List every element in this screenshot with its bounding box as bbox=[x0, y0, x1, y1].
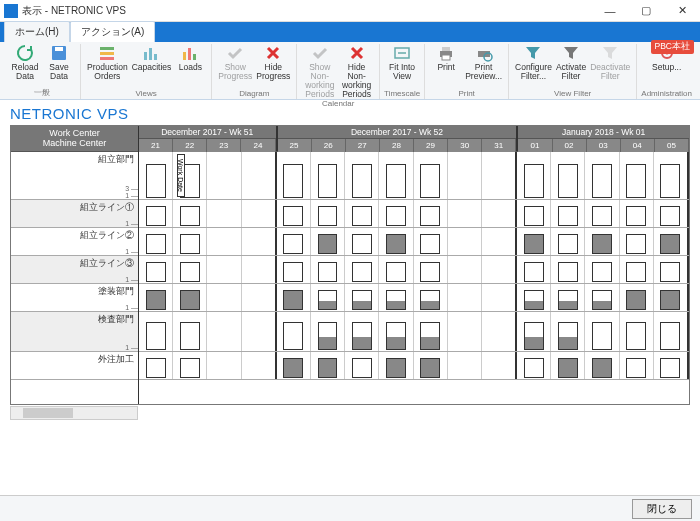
capacity-bar[interactable] bbox=[626, 234, 646, 254]
capacity-bar[interactable] bbox=[146, 234, 166, 254]
hide-progress-button[interactable]: Hide Progress bbox=[254, 44, 292, 81]
capacity-bar[interactable] bbox=[146, 290, 166, 310]
resource-row[interactable]: 外注加工 bbox=[11, 352, 138, 380]
capacity-bar[interactable] bbox=[592, 234, 612, 254]
capacity-bar[interactable] bbox=[386, 290, 406, 310]
production-orders-button[interactable]: Production Orders bbox=[85, 44, 130, 81]
resource-row[interactable]: 組立ライン③1 — bbox=[11, 256, 138, 284]
capacity-bar[interactable] bbox=[318, 262, 338, 282]
capacity-bar[interactable] bbox=[660, 234, 680, 254]
capacity-bar[interactable] bbox=[386, 322, 406, 350]
loads-button[interactable]: Loads bbox=[173, 44, 207, 72]
hide-nonworking-button[interactable]: Hide Non- working Periods bbox=[338, 44, 375, 99]
capacity-bar[interactable] bbox=[558, 234, 578, 254]
capacity-bar[interactable] bbox=[146, 262, 166, 282]
capacity-bar[interactable] bbox=[146, 322, 166, 350]
capacity-bar[interactable] bbox=[558, 206, 578, 226]
capacity-bar[interactable] bbox=[626, 262, 646, 282]
capacity-bar[interactable] bbox=[592, 322, 612, 350]
capacity-bar[interactable] bbox=[558, 262, 578, 282]
capacity-bar[interactable] bbox=[352, 234, 372, 254]
capacity-bar[interactable] bbox=[283, 164, 303, 198]
capacity-bar[interactable] bbox=[318, 234, 338, 254]
capacity-bar[interactable] bbox=[352, 164, 372, 198]
resource-row[interactable]: 組立ライン①1 — bbox=[11, 200, 138, 228]
grid-row[interactable] bbox=[139, 312, 689, 352]
capacity-bar[interactable] bbox=[592, 164, 612, 198]
capacity-bar[interactable] bbox=[420, 290, 440, 310]
capacity-bar[interactable] bbox=[558, 290, 578, 310]
capacity-bar[interactable] bbox=[318, 322, 338, 350]
configure-filter-button[interactable]: Configure Filter... bbox=[513, 44, 554, 81]
capacity-bar[interactable] bbox=[283, 358, 303, 378]
grid-row[interactable] bbox=[139, 228, 689, 256]
capacity-bar[interactable] bbox=[318, 290, 338, 310]
left-scrollbar[interactable] bbox=[10, 406, 138, 420]
capacity-bar[interactable] bbox=[146, 358, 166, 378]
tab-home[interactable]: ホーム(H) bbox=[4, 21, 70, 42]
capacity-bar[interactable] bbox=[386, 234, 406, 254]
capacity-bar[interactable] bbox=[283, 322, 303, 350]
resource-row[interactable]: 組立部門3 —1 — bbox=[11, 152, 138, 200]
capacity-bar[interactable] bbox=[524, 358, 544, 378]
capacity-bar[interactable] bbox=[283, 234, 303, 254]
capacity-bar[interactable] bbox=[558, 322, 578, 350]
capacity-bar[interactable] bbox=[283, 206, 303, 226]
capacity-bar[interactable] bbox=[626, 164, 646, 198]
capacity-bar[interactable] bbox=[318, 358, 338, 378]
dialog-close-button[interactable]: 閉じる bbox=[632, 499, 692, 519]
capacity-bar[interactable] bbox=[386, 262, 406, 282]
grid-row[interactable] bbox=[139, 352, 689, 380]
capacity-bar[interactable] bbox=[146, 206, 166, 226]
capacity-bar[interactable] bbox=[420, 262, 440, 282]
capacity-bar[interactable] bbox=[180, 358, 200, 378]
minimize-button[interactable]: — bbox=[592, 0, 628, 22]
capacity-bar[interactable] bbox=[524, 234, 544, 254]
print-button[interactable]: Print bbox=[429, 44, 463, 72]
grid-row[interactable] bbox=[139, 200, 689, 228]
capacity-bar[interactable] bbox=[318, 206, 338, 226]
capacity-bar[interactable] bbox=[626, 358, 646, 378]
capacity-bar[interactable] bbox=[660, 164, 680, 198]
print-preview-button[interactable]: Print Preview... bbox=[463, 44, 504, 81]
capacity-bar[interactable] bbox=[180, 290, 200, 310]
capacity-bar[interactable] bbox=[352, 206, 372, 226]
capacity-bar[interactable] bbox=[626, 206, 646, 226]
capacity-bar[interactable] bbox=[352, 262, 372, 282]
activate-filter-button[interactable]: Activate Filter bbox=[554, 44, 588, 81]
capacity-bar[interactable] bbox=[318, 164, 338, 198]
tab-action[interactable]: アクション(A) bbox=[70, 21, 155, 42]
capacity-bar[interactable] bbox=[420, 234, 440, 254]
capacity-bar[interactable] bbox=[352, 322, 372, 350]
grid-row[interactable] bbox=[139, 256, 689, 284]
capacity-bar[interactable] bbox=[180, 234, 200, 254]
capacity-bar[interactable] bbox=[180, 206, 200, 226]
capacity-bar[interactable] bbox=[283, 290, 303, 310]
capacity-bar[interactable] bbox=[592, 206, 612, 226]
capacity-bar[interactable] bbox=[420, 164, 440, 198]
save-data-button[interactable]: Save Data bbox=[42, 44, 76, 81]
maximize-button[interactable]: ▢ bbox=[628, 0, 664, 22]
horizontal-scroll[interactable] bbox=[10, 406, 690, 420]
capacity-bar[interactable] bbox=[352, 290, 372, 310]
capacity-bar[interactable] bbox=[146, 164, 166, 198]
fit-view-button[interactable]: Fit Into View bbox=[385, 44, 419, 81]
capacity-bar[interactable] bbox=[420, 206, 440, 226]
gantt-chart[interactable]: Work Center Machine Center 組立部門3 —1 —組立ラ… bbox=[10, 125, 690, 405]
capacity-bar[interactable] bbox=[660, 262, 680, 282]
capacity-bar[interactable] bbox=[420, 358, 440, 378]
capacity-bar[interactable] bbox=[592, 358, 612, 378]
capacity-bar[interactable] bbox=[660, 290, 680, 310]
capacity-bar[interactable] bbox=[592, 262, 612, 282]
capacity-bar[interactable] bbox=[524, 262, 544, 282]
capacity-bar[interactable] bbox=[386, 358, 406, 378]
grid-body[interactable]: Work Date bbox=[139, 152, 689, 404]
capacity-bar[interactable] bbox=[626, 322, 646, 350]
capacity-bar[interactable] bbox=[660, 358, 680, 378]
capacity-bar[interactable] bbox=[352, 358, 372, 378]
capacity-bar[interactable] bbox=[283, 262, 303, 282]
capacity-bar[interactable] bbox=[524, 322, 544, 350]
capacity-bar[interactable] bbox=[558, 358, 578, 378]
capacity-bar[interactable] bbox=[180, 322, 200, 350]
capacity-bar[interactable] bbox=[180, 262, 200, 282]
